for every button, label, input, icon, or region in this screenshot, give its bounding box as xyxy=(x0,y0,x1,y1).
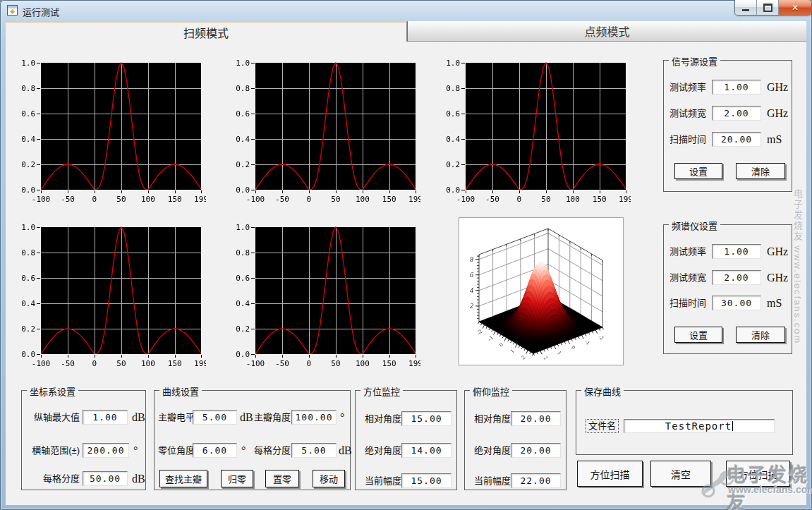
field-label: 相对角度 xyxy=(474,411,511,426)
panel-azimuth-monitor: 方位监控 相对角度 15.00 绝对角度 14.00 当前幅度 15.00 xyxy=(355,390,457,490)
close-icon: ✕ xyxy=(792,3,799,13)
spectrum-test-bandwidth-field[interactable]: 2.00 xyxy=(712,270,761,285)
panel-title: 俯仰监控 xyxy=(470,384,512,398)
pitch-current-amplitude-field: 22.00 xyxy=(511,473,561,488)
field-value: 6.00 xyxy=(202,445,227,456)
unit-label: mS xyxy=(767,132,782,147)
azimuth-scan-button-left[interactable]: 方位扫描 xyxy=(577,461,643,487)
move-button[interactable]: 移动 xyxy=(313,470,345,487)
pattern-plot-canvas xyxy=(17,221,206,366)
close-button[interactable]: ✕ xyxy=(779,0,811,15)
spectrum-test-frequency-field[interactable]: 1.00 xyxy=(712,244,761,259)
unit-label: dB xyxy=(132,410,145,425)
unit-label: dB xyxy=(339,443,352,458)
unit-label: dB xyxy=(240,410,253,425)
spectrum-clear-button[interactable]: 清除 xyxy=(736,327,785,343)
main-lobe-angle-field[interactable]: 100.00 xyxy=(291,410,337,425)
field-value: 2.00 xyxy=(724,272,749,283)
unit-label: ° xyxy=(241,443,246,458)
field-label: 相对角度 xyxy=(365,411,401,426)
maximize-icon xyxy=(763,4,772,12)
field-value: 5.00 xyxy=(301,445,326,456)
field-label: 主瓣电平 xyxy=(158,410,195,425)
y-axis-max-field[interactable]: 1.00 xyxy=(83,410,128,425)
panel-title: 保存曲线 xyxy=(581,384,624,398)
app-icon xyxy=(7,5,18,16)
pattern-plot-3 xyxy=(442,57,631,202)
tab-label: 点频模式 xyxy=(584,23,629,40)
main-lobe-level-field[interactable]: 5.00 xyxy=(193,410,237,425)
zero-angle-field[interactable]: 6.00 xyxy=(193,443,237,458)
field-value: 50.00 xyxy=(90,473,121,484)
field-value: 14.00 xyxy=(411,445,442,456)
grid-division-field[interactable]: 50.00 xyxy=(83,471,128,486)
source-set-button[interactable]: 设置 xyxy=(674,163,722,179)
azimuth-scan-button-right[interactable]: 方位扫描 xyxy=(726,461,790,487)
app-window: 运行测试 ✕ 扫频模式 点频模式 信号源设置 测试频率 1.00 GHz 测试频… xyxy=(0,0,812,510)
field-label: 绝对角度 xyxy=(474,443,511,458)
unit-label: GHz xyxy=(767,80,788,95)
panel-signal-source: 信号源设置 测试频率 1.00 GHz 测试频宽 2.00 GHz 扫描时间 2… xyxy=(663,60,792,192)
field-value: 20.00 xyxy=(721,134,752,145)
panel-title: 频谱仪设置 xyxy=(669,219,720,232)
tab-sweep-mode[interactable]: 扫频模式 xyxy=(6,21,407,42)
field-label: 扫描时间 xyxy=(669,296,706,310)
field-label: 当前幅度 xyxy=(474,473,511,488)
spectrum-set-button[interactable]: 设置 xyxy=(674,327,722,343)
minimize-icon xyxy=(742,9,749,11)
unit-label: GHz xyxy=(767,106,788,121)
field-value: 20.00 xyxy=(520,445,551,456)
field-value: 5.00 xyxy=(202,412,227,423)
tab-point-mode[interactable]: 点频模式 xyxy=(407,21,806,42)
field-value: 2.00 xyxy=(724,108,749,119)
azimuth-absolute-angle-field: 14.00 xyxy=(401,443,452,458)
panel-save-curve: 保存曲线 文件名 TestReport xyxy=(576,390,793,455)
unit-label: ° xyxy=(340,410,344,425)
pattern-plot-1 xyxy=(17,57,206,202)
field-label: 每格分度 xyxy=(23,471,80,486)
panel-curve-settings: 曲线设置 主瓣电平 5.00 dB 主瓣角度 100.00 ° 零位角度 6.0… xyxy=(154,390,351,490)
unit-label: GHz xyxy=(767,244,788,259)
unit-label: dB xyxy=(132,471,145,486)
field-value: 20.00 xyxy=(520,413,551,424)
field-label: 测试频率 xyxy=(669,244,706,259)
field-value: 1.00 xyxy=(92,412,117,423)
unit-label: mS xyxy=(767,296,782,310)
source-test-bandwidth-field[interactable]: 2.00 xyxy=(712,106,761,121)
field-label: 扫描时间 xyxy=(669,132,706,147)
pattern-plot-4 xyxy=(17,221,206,366)
source-test-frequency-field[interactable]: 1.00 xyxy=(712,80,761,95)
field-value: 30.00 xyxy=(721,298,752,308)
pitch-absolute-angle-field: 20.00 xyxy=(511,443,561,458)
pattern-plot-canvas xyxy=(17,57,206,202)
field-value: 15.00 xyxy=(411,413,442,424)
filename-input[interactable]: TestReport xyxy=(624,419,775,433)
source-clear-button[interactable]: 清除 xyxy=(736,163,785,179)
set-zero-button[interactable]: 置零 xyxy=(265,470,299,487)
pattern-3d-plot xyxy=(459,217,624,365)
field-value: 1.00 xyxy=(724,82,749,92)
panel-coordinate-settings: 坐标系设置 纵轴最大值 1.00 dB 横轴范围(±) 200.00 ° 每格分… xyxy=(21,390,146,490)
titlebar[interactable]: 运行测试 ✕ xyxy=(0,0,812,21)
minimize-button[interactable] xyxy=(735,0,757,15)
x-axis-range-field[interactable]: 200.00 xyxy=(83,443,129,458)
spectrum-sweep-time-field[interactable]: 30.00 xyxy=(712,296,761,310)
maximize-button[interactable] xyxy=(757,0,779,15)
find-main-lobe-button[interactable]: 查找主瓣 xyxy=(159,470,207,487)
text-caret xyxy=(732,421,733,431)
pattern-3d-canvas xyxy=(459,218,622,363)
field-label: 零位角度 xyxy=(158,443,195,458)
panel-title: 坐标系设置 xyxy=(27,384,78,398)
field-label: 纵轴最大值 xyxy=(23,410,80,425)
panel-title: 方位监控 xyxy=(360,384,403,398)
pattern-plot-canvas xyxy=(442,57,631,202)
source-sweep-time-field[interactable]: 20.00 xyxy=(712,132,761,147)
field-label: 测试频宽 xyxy=(669,106,706,121)
azimuth-current-amplitude-field: 15.00 xyxy=(401,473,452,488)
per-grid-division-field[interactable]: 5.00 xyxy=(291,443,337,458)
filename-label: 文件名 xyxy=(586,419,619,433)
field-value: 200.00 xyxy=(87,445,125,456)
window-controls: ✕ xyxy=(734,0,812,16)
clear-all-button[interactable]: 清空 xyxy=(650,461,711,487)
return-zero-button[interactable]: 归零 xyxy=(221,470,253,487)
